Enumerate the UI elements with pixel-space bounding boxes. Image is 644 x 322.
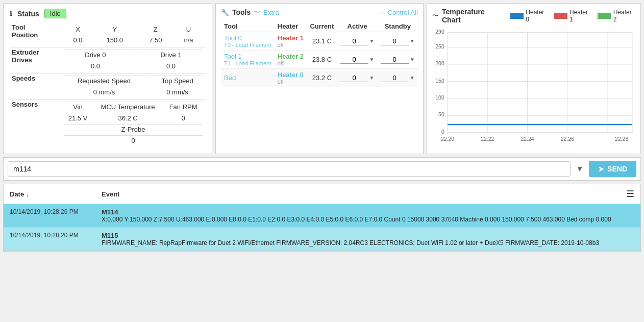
x-label: X xyxy=(64,24,92,34)
requested-speed-label: Requested Speed xyxy=(64,76,144,86)
chart-legend: Heater 0 Heater 1 Heater 2 xyxy=(510,9,635,23)
active-dropdown-1[interactable]: ▼ xyxy=(369,57,375,62)
active-dropdown-0[interactable]: ▼ xyxy=(369,38,375,44)
heater-cell-1: Heater 2 off xyxy=(275,51,307,69)
log-event-0: M114 X:0.000 Y:150.000 Z:7.500 U:463.000… xyxy=(102,208,634,223)
control-all-link[interactable]: ··· Control All xyxy=(380,9,418,16)
svg-text:200: 200 xyxy=(435,61,444,66)
svg-text:150: 150 xyxy=(435,78,444,84)
tools-icon: 🔧 xyxy=(221,9,229,16)
u-value: n/a xyxy=(175,35,203,45)
top-speed-value: 0 mm/s xyxy=(152,87,203,97)
command-input[interactable] xyxy=(8,161,571,177)
heater-status-1: off xyxy=(278,60,304,66)
tool-sub-0[interactable]: T0 - Load Filament xyxy=(224,42,271,48)
active-cell-2: ▼ xyxy=(337,69,378,87)
y-value: 150.0 xyxy=(93,35,137,45)
vin-label: Vin xyxy=(64,102,92,112)
legend-label-1: Heater 1 xyxy=(569,9,591,23)
col-heater: Heater xyxy=(275,21,307,32)
log-cmd-0: M114 xyxy=(102,208,634,216)
log-row: 10/14/2019, 10:28:26 PM M114 X:0.000 Y:1… xyxy=(4,204,640,228)
send-icon: ➤ xyxy=(598,165,604,173)
log-cmd-1: M115 xyxy=(102,232,634,239)
standby-dropdown-1[interactable]: ▼ xyxy=(410,57,415,62)
sort-arrow: ↓ xyxy=(26,190,30,198)
extruder-drives-label: ExtruderDrives xyxy=(10,47,61,73)
log-date-0: 10/14/2019, 10:28:26 PM xyxy=(10,208,102,223)
legend-label-2: Heater 2 xyxy=(613,9,635,23)
col-standby: Standby xyxy=(378,21,418,32)
requested-speed-value: 0 mm/s xyxy=(64,87,144,97)
chart-panel: 〜 Temperature Chart Heater 0 Heater 1 He… xyxy=(427,3,641,154)
log-row: 10/14/2019, 10:28:20 PM M115 FIRMWARE_NA… xyxy=(4,228,640,251)
standby-input-1[interactable] xyxy=(381,56,409,64)
legend-heater0: Heater 0 xyxy=(510,9,548,23)
legend-heater1: Heater 1 xyxy=(554,9,592,23)
tool-link-0[interactable]: Tool 0 xyxy=(224,34,242,42)
tools-table-row: Bed Heater 0 off 23.2 C ▼ ▼ xyxy=(221,69,418,87)
y-label: Y xyxy=(93,24,137,34)
log-col-event: Event xyxy=(102,190,626,198)
active-input-2[interactable] xyxy=(340,74,368,82)
heater-status-2: off xyxy=(278,79,304,85)
chart-icon: 〜 xyxy=(432,11,439,20)
zprobe-value: 0 xyxy=(131,137,135,144)
command-bar: ▼ ➤ SEND xyxy=(3,157,641,181)
standby-input-2[interactable] xyxy=(381,74,409,82)
status-title: Status xyxy=(17,10,39,18)
log-date-1: 10/14/2019, 10:28:20 PM xyxy=(10,232,102,246)
info-icon: ℹ xyxy=(10,10,12,17)
active-input-0[interactable] xyxy=(340,37,368,45)
svg-text:22:20: 22:20 xyxy=(441,136,454,142)
log-menu-icon[interactable]: ☰ xyxy=(626,188,634,200)
standby-cell-2: ▼ xyxy=(378,69,418,87)
svg-text:250: 250 xyxy=(435,44,444,49)
temperature-chart-svg: 290 250 200 150 100 50 0 xyxy=(432,27,635,150)
active-dropdown-2[interactable]: ▼ xyxy=(369,75,375,81)
standby-dropdown-2[interactable]: ▼ xyxy=(410,75,415,81)
heater-cell-0: Heater 1 off xyxy=(275,32,307,51)
heater-cell-2: Heater 0 off xyxy=(275,69,307,87)
drive1-label: Drive 1 xyxy=(139,49,203,60)
legend-heater2: Heater 2 xyxy=(598,9,635,23)
svg-text:22:24: 22:24 xyxy=(521,136,534,142)
log-panel: Date ↓ Event ☰ 10/14/2019, 10:28:26 PM M… xyxy=(3,184,641,252)
send-button[interactable]: ➤ SEND xyxy=(589,161,636,177)
z-label: Z xyxy=(138,24,174,34)
standby-dropdown-0[interactable]: ▼ xyxy=(410,38,415,44)
chart-title: Temperature Chart xyxy=(442,8,502,24)
svg-text:290: 290 xyxy=(435,29,444,35)
tool-sub-1[interactable]: T1 - Load Filament xyxy=(224,60,271,66)
tool-link-2[interactable]: Bed xyxy=(224,74,236,82)
standby-input-0[interactable] xyxy=(381,37,409,45)
tools-title: Tools xyxy=(232,8,251,16)
sensors-label: Sensors xyxy=(10,100,61,148)
z-value: 7.50 xyxy=(138,35,174,45)
col-current: Current xyxy=(307,21,337,32)
drive0-label: Drive 0 xyxy=(64,49,127,60)
active-input-1[interactable] xyxy=(340,56,368,64)
log-rows: 10/14/2019, 10:28:26 PM M114 X:0.000 Y:1… xyxy=(4,204,640,251)
log-detail-1: FIRMWARE_NAME: RepRapFirmware for Duet 2… xyxy=(102,239,634,246)
log-col-date[interactable]: Date ↓ xyxy=(10,190,102,198)
command-dropdown-arrow[interactable]: ▼ xyxy=(574,162,586,176)
legend-label-0: Heater 0 xyxy=(526,9,548,23)
standby-cell-1: ▼ xyxy=(378,51,418,69)
tool-link-1[interactable]: Tool 1 xyxy=(224,53,242,60)
svg-text:0: 0 xyxy=(441,129,444,135)
tools-table-row: Tool 1 T1 - Load Filament Heater 2 off 2… xyxy=(221,51,418,69)
current-cell-1: 23.8 C xyxy=(307,51,337,69)
standby-cell-0: ▼ xyxy=(378,32,418,51)
extra-icon: 〜 xyxy=(254,8,260,17)
col-active: Active xyxy=(337,21,378,32)
svg-text:22:22: 22:22 xyxy=(481,136,494,142)
heater-name-0: Heater 1 xyxy=(278,34,304,42)
active-cell-1: ▼ xyxy=(337,51,378,69)
fan-label: Fan RPM xyxy=(164,102,203,112)
tools-table-row: Tool 0 T0 - Load Filament Heater 1 off 2… xyxy=(221,32,418,51)
col-tool: Tool xyxy=(221,21,275,32)
extra-link[interactable]: Extra xyxy=(263,9,279,16)
heater-name-2: Heater 0 xyxy=(278,71,304,79)
tool-position-label: Tool Position xyxy=(10,22,61,47)
